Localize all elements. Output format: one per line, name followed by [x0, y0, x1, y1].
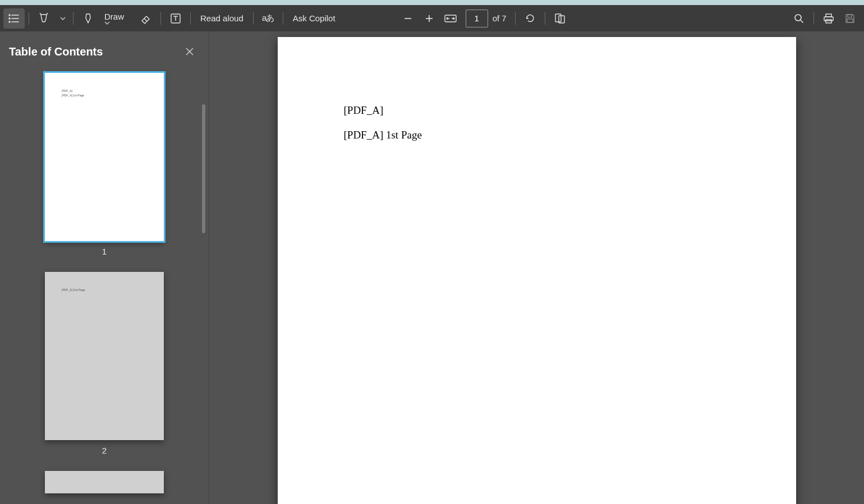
pdf-toolbar: Draw Read aloud aあ Ask Copi: [0, 5, 864, 31]
print-icon: [823, 13, 834, 24]
eraser-icon: [140, 13, 151, 24]
svg-rect-22: [826, 20, 831, 23]
toolbar-separator: [73, 12, 73, 25]
ask-copilot-label: Ask Copilot: [293, 13, 336, 23]
svg-point-4: [9, 21, 10, 22]
window-top-frame: [0, 0, 864, 5]
draw-icon-button[interactable]: [77, 8, 99, 29]
toolbar-separator: [545, 12, 545, 25]
save-button[interactable]: [839, 8, 861, 29]
search-button[interactable]: [788, 8, 810, 29]
draw-label: Draw: [104, 12, 124, 21]
toolbar-separator: [515, 12, 516, 25]
sidebar-scrollbar[interactable]: [202, 104, 205, 233]
erase-button[interactable]: [135, 8, 157, 29]
page-view-button[interactable]: [549, 8, 571, 29]
contents-sidebar: Table of Contents [PDF_A][PDF_A] 1st Pag…: [0, 31, 209, 504]
main-area: Table of Contents [PDF_A][PDF_A] 1st Pag…: [0, 31, 864, 504]
translate-icon: aあ: [262, 13, 274, 24]
svg-line-19: [801, 20, 803, 23]
page-number-input[interactable]: [466, 10, 488, 27]
svg-point-0: [9, 15, 10, 16]
svg-rect-23: [848, 15, 852, 17]
svg-line-6: [40, 13, 41, 15]
sidebar-title: Table of Contents: [9, 45, 103, 58]
read-aloud-button[interactable]: Read aloud: [195, 13, 249, 23]
svg-point-18: [795, 15, 801, 21]
chevron-down-icon: [104, 21, 130, 25]
page-content: [PDF_A] [PDF_A] 1st Page: [344, 104, 422, 141]
plus-icon: [425, 14, 434, 23]
pdf-page: [PDF_A] [PDF_A] 1st Page: [278, 37, 796, 504]
highlight-button[interactable]: [33, 8, 54, 29]
toolbar-separator: [29, 12, 29, 25]
fit-width-button[interactable]: [440, 8, 461, 29]
toolbar-separator: [814, 12, 814, 25]
toolbar-separator: [283, 12, 283, 25]
contents-toggle-button[interactable]: [3, 8, 25, 29]
fit-width-icon: [444, 15, 457, 22]
document-viewer[interactable]: [PDF_A] [PDF_A] 1st Page: [209, 31, 864, 504]
thumbnail-list[interactable]: [PDF_A][PDF_A] 1st Page1[PDF_A] 2nd Page…: [0, 67, 209, 504]
highlighter-icon: [39, 13, 49, 24]
close-sidebar-button[interactable]: [180, 41, 200, 62]
ask-copilot-button[interactable]: Ask Copilot: [287, 13, 341, 23]
svg-line-8: [144, 19, 147, 21]
toolbar-separator: [253, 12, 254, 25]
minus-icon: [403, 14, 412, 23]
thumbnail-mini-text: [PDF_A] 2nd Page: [62, 288, 85, 293]
toolbar-separator: [160, 12, 161, 25]
zoom-in-button[interactable]: [419, 8, 440, 29]
svg-line-7: [47, 13, 48, 15]
read-aloud-label: Read aloud: [200, 13, 243, 23]
svg-rect-20: [826, 14, 831, 17]
draw-button[interactable]: Draw: [99, 12, 135, 25]
page-total-label: of 7: [493, 13, 507, 23]
translate-button[interactable]: aあ: [258, 8, 279, 29]
thumbnail-item[interactable]: [22, 471, 186, 493]
svg-rect-16: [555, 14, 561, 22]
page-text-line: [PDF_A] 1st Page: [344, 129, 422, 141]
text-button[interactable]: [165, 8, 186, 29]
thumbnail-number: 2: [102, 446, 107, 455]
page-view-icon: [554, 13, 566, 24]
thumbnail-page[interactable]: [PDF_A] 2nd Page: [45, 272, 164, 440]
thumbnail-item[interactable]: [PDF_A][PDF_A] 1st Page1: [22, 73, 186, 256]
pen-icon: [83, 13, 93, 24]
contents-icon: [8, 14, 20, 23]
svg-rect-24: [847, 19, 853, 22]
close-icon: [185, 47, 194, 56]
chevron-down-icon: [60, 17, 66, 20]
toolbar-separator: [190, 12, 191, 25]
thumbnail-item[interactable]: [PDF_A] 2nd Page2: [22, 272, 186, 455]
sidebar-header: Table of Contents: [0, 31, 209, 67]
text-icon: [171, 13, 181, 24]
search-icon: [794, 13, 804, 24]
rotate-button[interactable]: [520, 8, 541, 29]
thumbnail-number: 1: [102, 247, 107, 256]
print-button[interactable]: [818, 8, 839, 29]
page-text-line: [PDF_A]: [344, 104, 422, 117]
thumbnail-page[interactable]: [PDF_A][PDF_A] 1st Page: [45, 73, 164, 241]
thumbnail-page[interactable]: [45, 471, 164, 493]
svg-point-2: [9, 18, 10, 19]
zoom-out-button[interactable]: [397, 8, 419, 29]
save-icon: [845, 13, 855, 24]
thumbnail-mini-text: [PDF_A] 1st Page: [62, 93, 84, 98]
rotate-icon: [525, 13, 535, 24]
highlight-dropdown[interactable]: [54, 8, 69, 29]
